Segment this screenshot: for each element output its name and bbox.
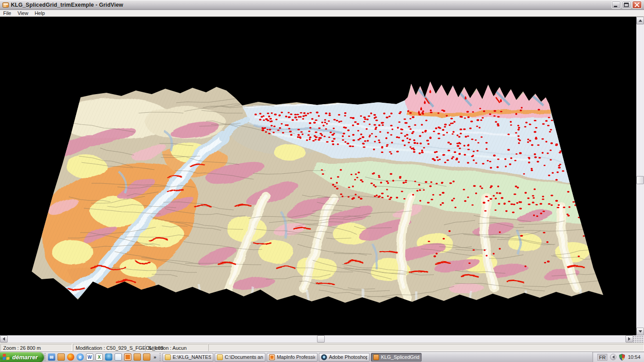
taskbar: démarrer ✉eWX» E:\KLG_NANTES\201... C:\D… bbox=[0, 352, 644, 362]
excel-icon[interactable]: X bbox=[96, 353, 103, 361]
folder-icon bbox=[217, 354, 223, 360]
start-button[interactable]: démarrer bbox=[0, 352, 44, 362]
photoshop-icon bbox=[321, 354, 327, 360]
folder-orange-icon[interactable] bbox=[143, 353, 150, 361]
maximize-button[interactable] bbox=[622, 1, 631, 9]
vertical-scrollbar-thumb[interactable] bbox=[636, 176, 644, 184]
word-icon[interactable]: W bbox=[86, 353, 93, 361]
close-button[interactable] bbox=[632, 1, 642, 9]
start-button-label: démarrer bbox=[12, 354, 38, 361]
folder-orange-icon[interactable] bbox=[134, 353, 141, 361]
folder-icon bbox=[165, 354, 171, 360]
status-bar: Zoom : 26 800 m Modification : C50_929_S… bbox=[0, 343, 644, 352]
task-buttons: E:\KLG_NANTES\201... C:\Documents and Se… bbox=[161, 353, 592, 362]
taskbar-button-mapinfo[interactable]: MapInfo Professional bbox=[267, 353, 317, 362]
internet-explorer-icon[interactable]: e bbox=[77, 353, 84, 361]
scroll-up-button[interactable] bbox=[636, 17, 644, 24]
menu-bar: File View Help bbox=[0, 10, 644, 17]
taskbar-button-explorer-klg[interactable]: E:\KLG_NANTES\201... bbox=[163, 353, 213, 362]
folder-orange-icon[interactable] bbox=[58, 353, 65, 361]
status-selection: Sélection : Aucun bbox=[145, 344, 208, 351]
menu-file[interactable]: File bbox=[0, 10, 14, 17]
scroll-down-button[interactable] bbox=[636, 328, 644, 335]
menu-view[interactable]: View bbox=[14, 10, 32, 17]
window-title: KLG_SplicedGrid_trimExemple - GridView bbox=[11, 2, 123, 8]
clock[interactable]: 10:54 bbox=[628, 354, 640, 360]
terrain-3d-render bbox=[0, 17, 636, 335]
terrain-3d-viewport[interactable] bbox=[0, 17, 636, 335]
scroll-left-button[interactable] bbox=[0, 335, 8, 343]
language-indicator[interactable]: FR bbox=[597, 354, 608, 361]
app-window: KLG_SplicedGrid_trimExemple - GridView F… bbox=[0, 0, 644, 362]
mapinfo-icon[interactable] bbox=[124, 353, 131, 361]
system-tray: FR 10:54 bbox=[592, 352, 644, 362]
hide-icons-chevron-button[interactable] bbox=[610, 354, 616, 360]
taskbar-button-gridview-active[interactable]: KLG_SplicedGrid_trim... bbox=[371, 353, 422, 362]
messenger-icon[interactable] bbox=[105, 353, 112, 361]
firefox-icon[interactable] bbox=[67, 353, 74, 361]
security-shield-icon[interactable] bbox=[619, 354, 625, 361]
title-bar[interactable]: KLG_SplicedGrid_trimExemple - GridView bbox=[0, 0, 644, 10]
status-zoom: Zoom : 26 800 m bbox=[0, 344, 72, 351]
vertical-scrollbar[interactable] bbox=[636, 17, 644, 335]
windows-logo-icon bbox=[3, 354, 10, 360]
minimize-button[interactable] bbox=[611, 1, 621, 9]
status-filler bbox=[208, 344, 644, 351]
app-icon bbox=[2, 1, 9, 8]
status-modification: Modification : C50_929_S_FGEOL_L93 bbox=[73, 344, 144, 351]
mapinfo-icon bbox=[269, 354, 275, 360]
horizontal-scrollbar-thumb[interactable] bbox=[317, 335, 325, 343]
horizontal-scrollbar[interactable] bbox=[0, 335, 633, 343]
scroll-right-button[interactable] bbox=[625, 335, 633, 343]
taskbar-button-photoshop[interactable]: Adobe Photoshop bbox=[319, 353, 370, 362]
show-desktop-icon[interactable] bbox=[115, 353, 122, 361]
menu-help[interactable]: Help bbox=[31, 10, 48, 17]
resize-grip[interactable] bbox=[633, 335, 644, 343]
taskbar-button-explorer-docs[interactable]: C:\Documents and Se... bbox=[215, 353, 265, 362]
gridview-icon bbox=[373, 354, 379, 360]
outlook-icon[interactable]: ✉ bbox=[48, 353, 55, 361]
quick-launch-bar: ✉eWX» bbox=[46, 353, 159, 361]
client-area bbox=[0, 17, 644, 343]
quick-launch-overflow-chevron[interactable]: » bbox=[153, 354, 157, 360]
